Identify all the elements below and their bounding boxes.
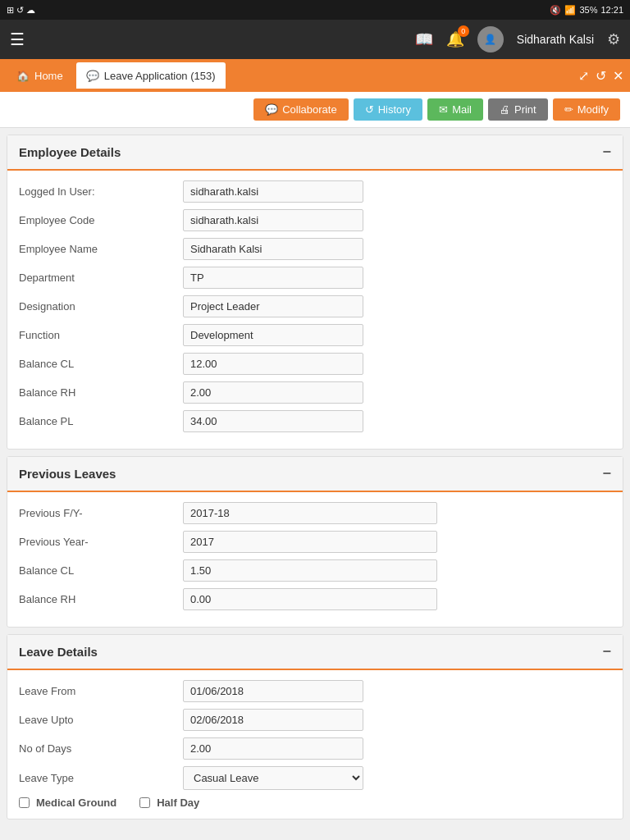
label-department: Department	[19, 272, 183, 284]
wifi-icon: 📶	[564, 5, 576, 16]
history-label: History	[378, 103, 411, 116]
value-leave-from	[183, 680, 363, 702]
label-prev-fy: Previous F/Y-	[19, 507, 183, 519]
avatar[interactable]: 👤	[477, 26, 504, 52]
input-no-of-days[interactable]	[183, 737, 363, 760]
mail-button[interactable]: ✉ Mail	[427, 98, 483, 121]
value-prev-balance-rh	[183, 588, 437, 610]
form-row-prev-fy: Previous F/Y-	[19, 502, 611, 524]
top-nav-right: 📖 🔔 0 👤 Sidharath Kalsi ⚙	[415, 26, 620, 52]
input-prev-year[interactable]	[183, 531, 437, 553]
print-button[interactable]: 🖨 Print	[488, 98, 548, 121]
close-button[interactable]: ✕	[613, 68, 623, 84]
employee-details-header: Employee Details −	[7, 135, 623, 171]
form-row-balance-rh: Balance RH	[19, 381, 611, 404]
checkbox-medical-ground[interactable]	[19, 797, 30, 808]
mail-icon: ✉	[439, 103, 448, 116]
tab-controls: ⤢ ↺ ✕	[578, 68, 623, 84]
form-row-prev-balance-rh: Balance RH	[19, 588, 611, 610]
value-function	[183, 324, 363, 346]
employee-details-collapse[interactable]: −	[602, 144, 611, 161]
refresh-button[interactable]: ↺	[596, 68, 606, 84]
label-medical-ground: Medical Ground	[36, 797, 116, 809]
previous-leaves-collapse[interactable]: −	[602, 465, 611, 482]
value-prev-balance-cl	[183, 559, 437, 582]
label-balance-cl: Balance CL	[19, 358, 183, 370]
value-leave-type: Casual Leave Sick Leave Privilege Leave	[183, 766, 363, 790]
previous-leaves-header: Previous Leaves −	[7, 457, 623, 492]
form-row-department: Department	[19, 267, 611, 289]
input-leave-from[interactable]	[183, 680, 363, 702]
action-bar: 💬 Collaborate ↺ History ✉ Mail 🖨 Print ✏…	[0, 92, 630, 128]
value-prev-year	[183, 531, 437, 553]
select-leave-type[interactable]: Casual Leave Sick Leave Privilege Leave	[183, 766, 363, 790]
input-balance-rh[interactable]	[183, 381, 363, 404]
previous-leaves-section: Previous Leaves − Previous F/Y- Previous…	[7, 456, 623, 628]
label-prev-balance-rh: Balance RH	[19, 593, 183, 605]
footer: Application Powered by TP Product	[0, 833, 630, 840]
collaborate-button[interactable]: 💬 Collaborate	[253, 98, 349, 121]
input-function[interactable]	[183, 324, 363, 346]
tab-leave-application[interactable]: 💬 Leave Application (153)	[76, 62, 226, 89]
value-leave-upto	[183, 709, 363, 731]
leave-details-body: Leave From Leave Upto No of Days Leave T…	[7, 670, 623, 819]
label-designation: Designation	[19, 300, 183, 313]
checkbox-half-day[interactable]	[139, 797, 150, 808]
input-balance-pl[interactable]	[183, 410, 363, 432]
tab-bar: 🏠 Home 💬 Leave Application (153) ⤢ ↺ ✕	[0, 59, 630, 92]
input-leave-upto[interactable]	[183, 709, 363, 731]
input-employee-code[interactable]	[183, 209, 363, 231]
input-employee-name[interactable]	[183, 238, 363, 260]
top-nav-left: ☰	[10, 30, 25, 49]
value-prev-fy	[183, 502, 437, 524]
input-logged-in-user[interactable]	[183, 180, 363, 203]
mail-label: Mail	[452, 103, 472, 116]
modify-icon: ✏	[564, 103, 573, 116]
time-display: 12:21	[600, 5, 623, 15]
value-logged-in-user	[183, 180, 363, 203]
input-prev-balance-cl[interactable]	[183, 559, 437, 582]
collaborate-icon: 💬	[265, 103, 278, 116]
notification-container: 🔔 0	[446, 30, 464, 48]
label-leave-type: Leave Type	[19, 772, 183, 784]
value-balance-cl	[183, 353, 363, 375]
chat-icon: 💬	[86, 70, 99, 82]
value-no-of-days	[183, 737, 363, 760]
input-prev-fy[interactable]	[183, 502, 437, 524]
form-row-leave-from: Leave From	[19, 680, 611, 702]
input-department[interactable]	[183, 267, 363, 289]
form-row-prev-balance-cl: Balance CL	[19, 559, 611, 582]
value-employee-code	[183, 209, 363, 231]
input-designation[interactable]	[183, 295, 363, 317]
print-icon: 🖨	[500, 103, 510, 116]
collaborate-label: Collaborate	[282, 103, 337, 116]
form-row-balance-cl: Balance CL	[19, 353, 611, 375]
tab-leave-label: Leave Application (153)	[104, 70, 216, 82]
value-balance-pl	[183, 410, 363, 432]
leave-details-header: Leave Details −	[7, 635, 623, 670]
modify-button[interactable]: ✏ Modify	[553, 98, 620, 121]
status-icons: ⊞ ↺ ☁	[7, 5, 35, 16]
battery-text: 35%	[579, 5, 597, 15]
print-label: Print	[514, 103, 536, 116]
form-row-leave-upto: Leave Upto	[19, 709, 611, 731]
book-icon[interactable]: 📖	[415, 30, 433, 48]
input-balance-cl[interactable]	[183, 353, 363, 375]
history-button[interactable]: ↺ History	[354, 98, 422, 121]
avatar-placeholder: 👤	[484, 34, 496, 45]
value-employee-name	[183, 238, 363, 260]
modify-label: Modify	[578, 103, 609, 116]
expand-button[interactable]: ⤢	[578, 68, 589, 84]
label-function: Function	[19, 329, 183, 341]
tab-home[interactable]: 🏠 Home	[7, 62, 73, 89]
previous-leaves-title: Previous Leaves	[19, 467, 116, 481]
settings-icon[interactable]: ⚙	[607, 30, 620, 48]
label-prev-balance-cl: Balance CL	[19, 564, 183, 577]
hamburger-menu[interactable]: ☰	[10, 30, 25, 49]
label-leave-from: Leave From	[19, 685, 183, 697]
label-no-of-days: No of Days	[19, 742, 183, 755]
employee-details-title: Employee Details	[19, 145, 121, 159]
input-prev-balance-rh[interactable]	[183, 588, 437, 610]
leave-details-collapse[interactable]: −	[602, 643, 611, 660]
notification-badge: 0	[458, 25, 469, 37]
